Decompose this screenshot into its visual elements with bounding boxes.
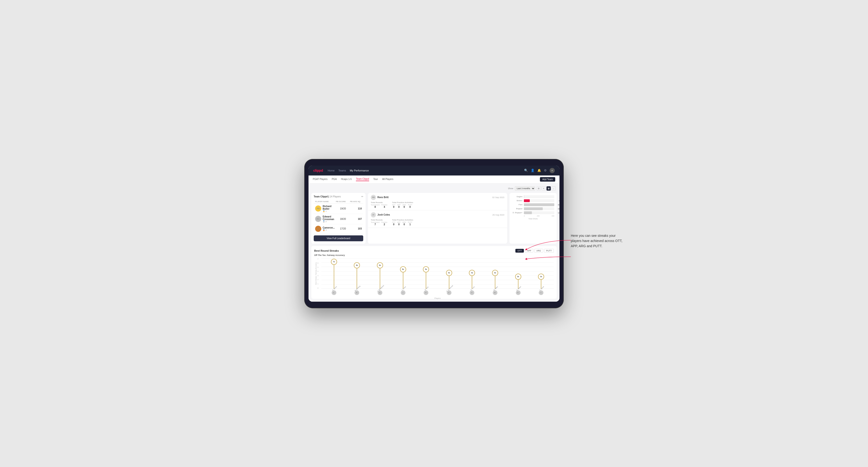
bar-track: 96 <box>524 199 554 202</box>
bar-label: Birdies <box>512 199 522 201</box>
filter-ott[interactable]: OTT <box>516 249 524 253</box>
tournament-val: 7 <box>375 223 376 226</box>
pb-score: 18/20 <box>336 218 350 220</box>
bar-label: Eagles <box>512 195 522 198</box>
streak-player-avatar: M. <box>493 290 497 295</box>
streak-bar-line: 4x <box>449 274 450 289</box>
streak-bar-item: 4xD. Ford <box>461 258 484 289</box>
bar-fill <box>524 211 532 214</box>
bar-label: Pars <box>512 204 522 206</box>
practice-activities-label: Total Practice Activities <box>392 201 413 204</box>
streak-bubble: 5x <box>423 266 429 272</box>
bar-row: Eagles 3 <box>512 195 554 198</box>
player-info: RB Richard Butler 🏅 1 <box>315 205 336 212</box>
players-label: Players <box>434 297 441 299</box>
activity-name: Josh Coles <box>377 214 390 216</box>
table-row[interactable]: C Cameron... 🥉 3 17/20 103 <box>314 224 363 234</box>
search-icon[interactable]: 🔍 <box>524 168 528 172</box>
export-btn[interactable]: ↓ <box>552 186 556 191</box>
activity-date: 02 Sep 2023 <box>492 196 504 198</box>
streak-player-avatar: R. <box>516 290 521 295</box>
filter-app[interactable]: APP <box>525 249 533 253</box>
avatar: EC <box>315 216 321 222</box>
subnav-all-players[interactable]: All Players <box>382 178 393 181</box>
settings-icon[interactable]: ⚙ <box>544 168 547 172</box>
streaks-subtitle: Off The Tee, Fairway Accuracy <box>314 254 554 256</box>
subnav-pgat[interactable]: PGAT Players <box>313 178 328 181</box>
activity-card-header: RB Rees Britt 02 Sep 2023 <box>371 195 504 200</box>
streak-bar-item: 5xR. Britt <box>414 258 437 289</box>
app-logo: clippd <box>313 168 323 173</box>
streak-bubble: 4x <box>469 270 475 276</box>
filter-putt[interactable]: PUTT <box>544 249 554 253</box>
y-tick: 0 <box>317 287 321 289</box>
bar-label: Bogeys <box>512 208 522 210</box>
streak-bar-line: 3x <box>518 278 519 289</box>
arg-item: ARG 0 <box>402 204 406 208</box>
app-val: 0 <box>398 206 400 208</box>
streak-bubble: 3x <box>538 274 544 280</box>
streak-bar-item: 3xC. Quick <box>530 258 553 289</box>
tablet-screen: clippd Home Teams My Performance 🔍 👤 🔔 ⚙… <box>309 165 559 302</box>
table-row[interactable]: EC Edward Crossman 🥈 2 18/20 <box>314 214 363 224</box>
bar-track: 3 <box>524 195 554 198</box>
streak-bar-item: 4xE. Crossman <box>437 258 461 289</box>
tournament-item: Tournament 7 <box>371 221 379 226</box>
activity-date: 26 Aug 2023 <box>492 214 504 216</box>
subnav-hcaps[interactable]: Hcaps 1-5 <box>341 178 352 181</box>
table-view-btn[interactable]: ▦ <box>547 186 551 191</box>
streak-bubble: 3x <box>515 274 521 280</box>
nav-teams[interactable]: Teams <box>338 169 346 172</box>
player-info: C Cameron... 🥉 3 <box>315 226 336 232</box>
bell-icon[interactable]: 🔔 <box>537 168 541 172</box>
table-row[interactable]: RB Richard Butler 🏅 1 19/20 <box>314 204 363 214</box>
player-info: EC Edward Crossman 🥈 2 <box>315 215 336 223</box>
activity-card: JC Josh Coles 26 Aug 2023 Total Rounds <box>368 210 507 228</box>
avatar[interactable]: A <box>550 168 555 173</box>
total-rounds-group: Total Rounds Tournament 7 Practice <box>371 219 387 226</box>
practice-item: Practice 4 <box>381 204 387 208</box>
bar-fill <box>524 207 543 210</box>
streak-bar-line: 7x <box>334 263 334 289</box>
practice-val: 4 <box>384 206 385 208</box>
y-tick: 1 <box>317 283 321 285</box>
filter-arg[interactable]: ARG <box>534 249 543 253</box>
tournament-val: 8 <box>375 206 376 208</box>
chart-panel: Eagles 3 Birdies 96 <box>509 193 557 244</box>
view-leaderboard-button[interactable]: View Full Leaderboard <box>314 236 363 241</box>
avatar: C <box>315 226 321 232</box>
bar-track: 311 <box>524 207 554 210</box>
streak-bubble: 4x <box>492 270 498 276</box>
streak-player-avatar: D. <box>378 290 382 295</box>
subnav-pga[interactable]: PGA <box>332 178 337 181</box>
rounds-sub: Tournament 7 Practice 2 <box>371 221 387 226</box>
streak-player-avatar: D. <box>470 290 474 295</box>
nav-home[interactable]: Home <box>328 169 335 172</box>
top-section: Team Clippd | 14 Players ✏ PLAYER NAME P… <box>311 193 557 244</box>
player-name-col: Cameron... 🥉 3 <box>323 226 335 231</box>
edit-icon[interactable]: ✏ <box>361 195 363 198</box>
streak-player-avatar: J. <box>401 290 405 295</box>
streak-bar-item: 7xE. Elvert <box>322 258 346 289</box>
subnav-team-clippd[interactable]: Team Clippd <box>356 178 369 181</box>
sub-nav: PGAT Players PGA Hcaps 1-5 Team Clippd T… <box>309 176 559 184</box>
subnav-tour[interactable]: Tour <box>373 178 378 181</box>
pb-score: 19/20 <box>336 207 350 210</box>
activity-panel: RB Rees Britt 02 Sep 2023 Total Rounds <box>368 193 507 244</box>
nav-my-performance[interactable]: My Performance <box>350 169 369 172</box>
y-tick: 4 <box>317 271 321 272</box>
streak-bubble: 7x <box>331 259 337 265</box>
practice-sub: OTT 0 APP 0 ARG <box>392 204 413 208</box>
period-select[interactable]: Last 3 months Last 6 months Last year <box>515 186 535 191</box>
add-team-button[interactable]: Add Team <box>540 177 555 182</box>
view-icons: ⊞ ≡ ▦ ↓ <box>536 186 556 191</box>
users-icon[interactable]: 👤 <box>531 168 534 172</box>
nav-links: Home Teams My Performance <box>328 169 369 172</box>
practice-val: 2 <box>384 223 385 226</box>
y-axis-label: Best Streak, Fairway Accuracy <box>315 262 317 285</box>
arg-item: ARG 0 <box>402 221 406 226</box>
player-name-col: Richard Butler 🏅 1 <box>323 205 336 212</box>
list-view-btn[interactable]: ≡ <box>541 186 546 191</box>
streak-bar-line: 6x <box>380 267 380 289</box>
grid-view-btn[interactable]: ⊞ <box>536 186 541 191</box>
